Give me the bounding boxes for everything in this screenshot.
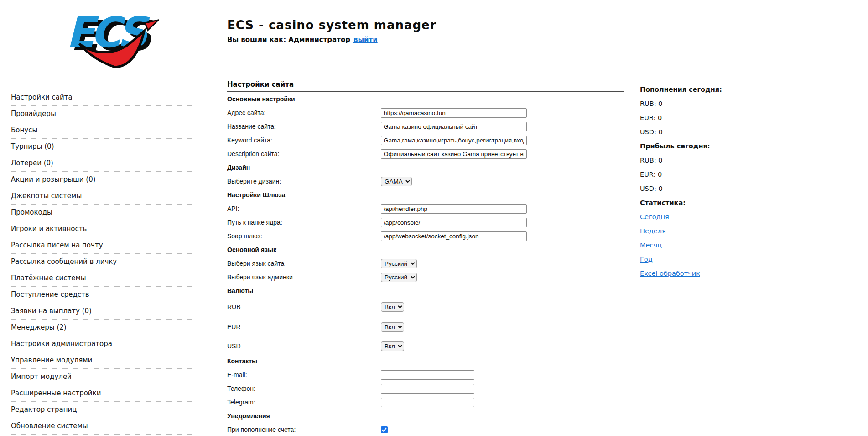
sidebar-main-divider [213, 74, 213, 436]
form-row: API: [227, 202, 625, 215]
deposit-notification-label: При пополнение счета: [227, 426, 381, 433]
profit-eur: EUR: 0 [640, 167, 777, 181]
section-gateway: Настройки Шлюза [227, 191, 285, 199]
section-row: Основной язык [227, 243, 625, 257]
deposits-eur: EUR: 0 [640, 110, 777, 125]
sidebar-menu: Настройки сайта Провайдеры Бонусы Турнир… [11, 89, 195, 435]
sidebar-item-providers[interactable]: Провайдеры [11, 106, 195, 122]
email-label: E-mail: [227, 371, 381, 378]
sidebar-item-managers[interactable]: Менеджеры (2) [11, 320, 195, 336]
section-notifications: Уведомления [227, 412, 270, 420]
core-path-input[interactable] [381, 218, 527, 227]
stats-link-month[interactable]: Месяц [640, 242, 662, 249]
stats-link-excel[interactable]: Excel обработчик [640, 270, 700, 277]
section-contacts: Контакты [227, 357, 257, 365]
statistics-title: Статистика: [640, 195, 777, 210]
sidebar-item-players[interactable]: Игроки и активность [11, 221, 195, 237]
soap-input[interactable] [381, 231, 527, 241]
site-address-input[interactable] [381, 108, 527, 118]
admin-lang-select[interactable]: Русский [381, 273, 417, 282]
api-label: API: [227, 205, 381, 212]
sidebar-item-promocodes[interactable]: Промокоды [11, 205, 195, 221]
form-row: Адрес сайта: [227, 106, 625, 120]
site-name-input[interactable] [381, 122, 527, 131]
usd-label: USD [227, 342, 381, 350]
deposits-rub: RUB: 0 [640, 96, 777, 110]
sidebar-item-page-editor[interactable]: Редактор страниц [11, 402, 195, 418]
form-row: Description сайта: [227, 147, 625, 161]
deposit-notification-checkbox[interactable] [381, 426, 388, 433]
telegram-label: Telegram: [227, 399, 381, 406]
section-row: Уведомления [227, 409, 625, 423]
form-row: Выбери язык админки Русский [227, 270, 625, 284]
sidebar-item-site-settings[interactable]: Настройки сайта [11, 89, 195, 106]
stats-link-week[interactable]: Неделя [640, 227, 666, 235]
ecs-logo: ECS ECS [63, 6, 159, 69]
stats-link-today[interactable]: Сегодня [640, 213, 669, 221]
section-row: Основные настройки [227, 92, 625, 106]
section-row: Настройки Шлюза [227, 188, 625, 202]
sidebar-item-pm-mailing[interactable]: Рассылка сообщений в личку [11, 254, 195, 270]
section-main-language: Основной язык [227, 246, 276, 253]
form-title: Настройки сайта [227, 80, 625, 89]
site-lang-label: Выбери язык сайта [227, 260, 381, 267]
rub-select[interactable]: Вкл [381, 302, 404, 312]
form-row: Путь к папке ядра: [227, 215, 625, 229]
sidebar-item-lotteries[interactable]: Лотереи (0) [11, 155, 195, 172]
form-row: Телефон: [227, 382, 625, 395]
deposits-usd: USD: 0 [640, 125, 777, 139]
design-label: Выберите дизайн: [227, 178, 381, 185]
site-name-label: Название сайта: [227, 123, 381, 130]
sidebar-item-module-import[interactable]: Импорт модулей [11, 369, 195, 385]
sidebar-item-system-update[interactable]: Обновление системы [11, 418, 195, 435]
section-row: Контакты [227, 354, 625, 368]
form-row: Выберите дизайн: GAMA [227, 174, 625, 188]
telegram-input[interactable] [381, 398, 474, 407]
form-row: E-mail: [227, 368, 625, 382]
section-row: Дизайн [227, 161, 625, 174]
phone-input[interactable] [381, 384, 474, 394]
sidebar-item-advanced[interactable]: Расширенные настройки [11, 385, 195, 402]
sidebar-item-jackpots[interactable]: Джекпоты системы [11, 188, 195, 205]
admin-lang-label: Выбери язык админки [227, 273, 381, 281]
deposits-today-title: Пополнения сегодня: [640, 82, 777, 96]
sidebar-item-payout-requests[interactable]: Заявки на выплату (0) [11, 303, 195, 320]
login-status-line: Вы вошли как: Администраторвыйти [227, 36, 378, 44]
stats-panel: Пополнения сегодня: RUB: 0 EUR: 0 USD: 0… [640, 82, 777, 280]
sidebar-item-promotions[interactable]: Акции и розыгрыши (0) [11, 172, 195, 188]
section-row: Валюты [227, 284, 625, 298]
description-input[interactable] [381, 149, 527, 159]
site-settings-form: Настройки сайта Основные настройки Адрес… [227, 80, 625, 436]
profit-usd: USD: 0 [640, 181, 777, 195]
login-status-text: Вы вошли как: Администратор [227, 36, 350, 44]
logout-link[interactable]: выйти [353, 36, 378, 44]
eur-select[interactable]: Вкл [381, 322, 404, 332]
site-lang-select[interactable]: Русский [381, 259, 417, 268]
sidebar-item-incoming-funds[interactable]: Поступление средств [11, 287, 195, 303]
keyword-input[interactable] [381, 136, 527, 145]
email-input[interactable] [381, 370, 474, 380]
section-design: Дизайн [227, 164, 250, 171]
sidebar-item-tournaments[interactable]: Турниры (0) [11, 139, 195, 155]
form-row: При пополнение счета: [227, 423, 625, 436]
sidebar-item-bonuses[interactable]: Бонусы [11, 122, 195, 139]
sidebar-item-admin-settings[interactable]: Настройки администратора [11, 336, 195, 352]
sidebar-item-payment-systems[interactable]: Платёжные системы [11, 270, 195, 287]
core-path-label: Путь к папке ядра: [227, 219, 381, 226]
sidebar-item-email-mailing[interactable]: Рассылка писем на почту [11, 237, 195, 254]
form-row: Выбери язык сайта Русский [227, 257, 625, 270]
description-label: Description сайта: [227, 150, 381, 158]
profit-today-title: Прибыль сегодня: [640, 139, 777, 153]
usd-select[interactable]: Вкл [381, 341, 404, 351]
stats-link-year[interactable]: Год [640, 256, 653, 263]
profit-rub: RUB: 0 [640, 153, 777, 167]
header-divider [227, 47, 868, 47]
section-currencies: Валюты [227, 287, 253, 294]
main-stats-divider [633, 74, 633, 436]
form-row: RUB Вкл [227, 298, 625, 316]
design-select[interactable]: GAMA [381, 177, 412, 186]
api-input[interactable] [381, 204, 527, 214]
phone-label: Телефон: [227, 385, 381, 392]
sidebar-item-module-manage[interactable]: Управление модулями [11, 352, 195, 369]
keyword-label: Keyword сайта: [227, 137, 381, 144]
